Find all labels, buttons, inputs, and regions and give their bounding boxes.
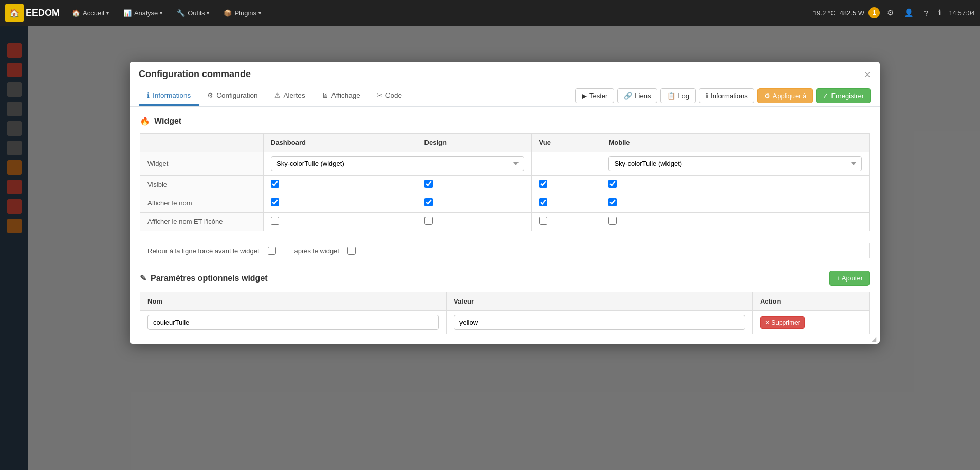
retour-avant-checkbox[interactable]	[268, 247, 276, 255]
outils-icon: 🔧	[177, 9, 185, 17]
nav-analyse-label: Analyse	[134, 9, 158, 17]
col-design: Design	[417, 134, 531, 152]
liens-icon: 🔗	[624, 92, 632, 100]
params-table: Nom Valeur Action	[140, 292, 870, 334]
enregistrer-label: Enregistrer	[831, 92, 864, 100]
configuration-tab-icon: ⚙	[207, 91, 213, 99]
afficher-nom-vue-checkbox[interactable]	[539, 198, 547, 206]
row-afficher-nom-label: Afficher le nom	[140, 194, 264, 213]
logo-icon: 🏠	[5, 4, 24, 22]
user-icon[interactable]: 👤	[901, 6, 917, 20]
table-row-visible: Visible	[140, 176, 870, 194]
settings-icon[interactable]: ⚙	[884, 6, 897, 20]
modal-dialog: Configuration commande × ℹ Informations …	[130, 62, 880, 344]
info-icon[interactable]: ℹ	[935, 6, 945, 20]
help-icon[interactable]: ?	[921, 7, 931, 20]
analyse-icon: 📊	[123, 9, 132, 17]
tab-alertes-label: Alertes	[284, 91, 305, 99]
brand[interactable]: 🏠 EEDOM	[5, 4, 60, 22]
modal-close-button[interactable]: ×	[864, 69, 871, 80]
nav-outils[interactable]: 🔧 Outils ▾	[170, 0, 216, 26]
log-button[interactable]: 📋 Log	[660, 88, 696, 103]
visible-dashboard-checkbox[interactable]	[271, 180, 279, 188]
log-label: Log	[678, 92, 689, 100]
afficher-nom-design-checkbox[interactable]	[424, 198, 433, 206]
widget-fire-icon: 🔥	[140, 116, 150, 126]
afficher-nom-icone-design-checkbox[interactable]	[424, 217, 433, 225]
tab-affichage[interactable]: 🖥 Affichage	[313, 86, 368, 106]
resize-handle[interactable]: ◢	[872, 335, 879, 343]
modal-tabs: ℹ Informations ⚙ Configuration ⚠ Alertes…	[130, 85, 880, 107]
retour-avant-label: Retour à la ligne forcé avant le widget	[147, 247, 260, 255]
row-visible-mobile	[601, 176, 870, 194]
row-afficher-nom-icone-mobile	[601, 213, 870, 231]
params-col-nom: Nom	[140, 292, 447, 311]
tester-button[interactable]: ▶ Tester	[575, 88, 614, 103]
visible-design-checkbox[interactable]	[424, 180, 433, 188]
liens-button[interactable]: 🔗 Liens	[617, 88, 657, 103]
row-widget-mobile: Sky-colorTuile (widget)	[601, 152, 870, 176]
row-visible-design	[417, 176, 531, 194]
appliquer-icon: ⚙	[764, 92, 770, 100]
col-vue: Vue	[531, 134, 601, 152]
afficher-nom-icone-mobile-checkbox[interactable]	[608, 217, 617, 225]
row-afficher-nom-mobile	[601, 194, 870, 213]
enregistrer-button[interactable]: ✓ Enregistrer	[816, 88, 871, 103]
badge-count: 1	[873, 9, 876, 16]
page-background: Configuration commande × ℹ Informations …	[0, 26, 980, 470]
modal-body: 🔥 Widget Dashboard Design Vue Mobile	[130, 107, 880, 344]
table-row-widget: Widget Sky-colorTuile (widget) Sky-color…	[140, 152, 870, 176]
nav-plugins[interactable]: 📦 Plugins ▾	[216, 0, 268, 26]
tab-code[interactable]: ✂ Code	[368, 86, 410, 106]
informations-tab-icon: ℹ	[147, 91, 150, 99]
params-section-title: Paramètres optionnels widget	[151, 274, 268, 283]
tab-configuration[interactable]: ⚙ Configuration	[199, 86, 266, 106]
params-col-valeur: Valeur	[446, 292, 752, 311]
visible-vue-checkbox[interactable]	[539, 180, 547, 188]
widget-mobile-select[interactable]: Sky-colorTuile (widget)	[608, 156, 862, 171]
appliquer-button[interactable]: ⚙ Appliquer à	[757, 88, 813, 103]
nav-analyse[interactable]: 📊 Analyse ▾	[116, 0, 170, 26]
informations-button[interactable]: ℹ Informations	[699, 88, 754, 103]
tab-code-label: Code	[385, 91, 402, 99]
tab-toolbar: ▶ Tester 🔗 Liens 📋 Log ℹ Informations	[575, 85, 871, 106]
params-header: ✎ Paramètres optionnels widget + Ajouter	[140, 271, 870, 286]
row-afficher-nom-icone-design	[417, 213, 531, 231]
nav-analyse-arrow: ▾	[160, 10, 162, 16]
afficher-nom-dashboard-checkbox[interactable]	[271, 198, 279, 206]
retour-apres-checkbox[interactable]	[347, 247, 356, 255]
supprimer-button[interactable]: ✕ Supprimer	[760, 316, 805, 329]
nav-accueil[interactable]: 🏠 Accueil ▾	[65, 0, 116, 26]
notification-badge[interactable]: 1	[868, 7, 880, 18]
tab-informations[interactable]: ℹ Informations	[139, 86, 199, 106]
params-col-action: Action	[752, 292, 869, 311]
row-afficher-nom-icone-vue	[531, 213, 601, 231]
params-valeur-cell	[446, 311, 752, 334]
params-action-cell: ✕ Supprimer	[752, 311, 869, 334]
afficher-nom-mobile-checkbox[interactable]	[608, 198, 617, 206]
row-afficher-nom-vue	[531, 194, 601, 213]
col-empty	[140, 134, 264, 152]
afficher-nom-icone-vue-checkbox[interactable]	[539, 217, 547, 225]
params-valeur-input[interactable]	[454, 315, 745, 330]
afficher-nom-icone-dashboard-checkbox[interactable]	[271, 217, 279, 225]
brand-text: EEDOM	[26, 8, 60, 18]
row-afficher-nom-icone-label: Afficher le nom ET l'icône	[140, 213, 264, 231]
tester-label: Tester	[589, 92, 607, 100]
widget-table: Dashboard Design Vue Mobile Widget	[140, 133, 870, 231]
tab-alertes[interactable]: ⚠ Alertes	[266, 86, 313, 106]
table-row-afficher-nom-icone: Afficher le nom ET l'icône	[140, 213, 870, 231]
tab-configuration-label: Configuration	[216, 91, 257, 99]
visible-mobile-checkbox[interactable]	[608, 180, 617, 188]
row-visible-vue	[531, 176, 601, 194]
enregistrer-icon: ✓	[823, 92, 828, 100]
tester-icon: ▶	[582, 92, 587, 100]
widget-dashboard-select[interactable]: Sky-colorTuile (widget)	[271, 156, 524, 171]
nav-plugins-arrow: ▾	[258, 10, 261, 16]
params-nom-cell	[140, 311, 447, 334]
ajouter-button[interactable]: + Ajouter	[829, 271, 870, 286]
modal-header: Configuration commande ×	[130, 62, 880, 85]
table-row-afficher-nom: Afficher le nom	[140, 194, 870, 213]
params-nom-input[interactable]	[147, 315, 439, 330]
params-edit-icon: ✎	[140, 273, 146, 283]
